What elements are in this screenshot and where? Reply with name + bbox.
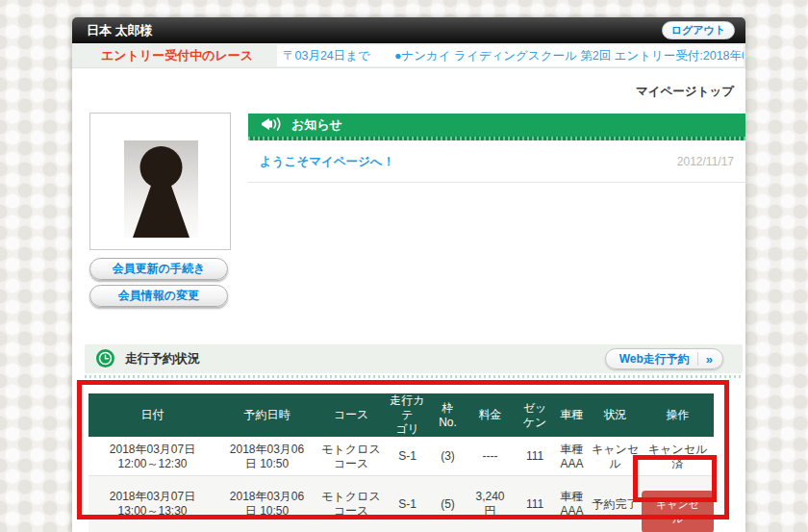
notice-link[interactable]: ようこそマイページへ！ [260,140,394,183]
reservation-section-divider [85,375,743,378]
logout-button[interactable]: ログアウト [662,21,735,39]
person-silhouette-icon [124,140,198,238]
user-header-bar: 日本 太郎様 ログアウト [72,17,745,43]
cell-course: モトクロス コース [317,475,385,532]
table-row: 2018年03月07日 12:00～12:30 2018年03月06 日 10:… [88,438,714,475]
col-header-booked-at: 予約日時 [216,393,317,438]
col-header-vehicle: 車種 [555,393,589,438]
cell-slot-no: (5) [430,475,466,532]
profile-photo [124,140,198,238]
cell-category: S-1 [385,475,430,532]
cell-slot-no: (3) [430,438,466,475]
button-divider [697,352,698,366]
reservation-title: 走行予約状況 [125,344,200,373]
breadcrumb: マイページトップ [636,84,734,100]
megaphone-icon [261,117,282,137]
web-reservation-label: Web走行予約 [619,351,690,367]
race-entry-ticker-text[interactable]: 〒03月24日まで ●ナンカイ ライディングスクール 第2回 エントリー受付:2… [277,45,744,66]
cell-date: 2018年03月07日 13:00～13:30 [88,475,216,532]
race-entry-ticker: 〒03月24日まで ●ナンカイ ライディングスクール 第2回 エントリー受付:2… [277,45,744,66]
mypage-card: 日本 太郎様 ログアウト エントリー受付中のレース 〒03月24日まで ●ナンカ… [72,17,745,532]
cancel-button[interactable]: キャンセル [642,491,714,532]
col-header-fee: 料金 [466,393,515,438]
cell-vehicle: 車種 AAA [555,438,589,475]
web-reservation-button[interactable]: Web走行予約 » [605,348,723,369]
cell-date: 2018年03月07日 12:00～12:30 [88,438,216,475]
reservation-section-header: 走行予約状況 Web走行予約 » [85,344,743,373]
cell-bib: 111 [515,475,555,532]
chevron-right-icon: » [706,352,713,367]
user-name: 日本 太郎様 [87,17,153,43]
member-info-change-button[interactable]: 会員情報の変更 [89,285,228,307]
notice-date: 2012/11/17 [677,140,734,183]
col-header-bib: ゼッ ケン [515,393,555,438]
reservation-table: 日付 予約日時 コース 走行カテ ゴリ 枠 No. 料金 ゼッ ケン 車種 状況… [88,393,714,532]
notice-header: お知らせ [248,114,745,140]
col-header-status: 状況 [589,393,642,438]
col-header-course: コース [317,393,385,438]
cell-action: キャンセル [642,475,714,532]
cell-bib: 111 [515,438,555,475]
clock-icon [96,349,114,367]
cell-vehicle: 車種 AAA [555,475,589,532]
cell-booked-at: 2018年03月06 日 10:50 [216,475,317,532]
table-row: 2018年03月07日 13:00～13:30 2018年03月06 日 10:… [88,475,714,532]
col-header-date: 日付 [88,393,216,438]
cell-booked-at: 2018年03月06 日 10:50 [216,438,317,475]
race-entry-label: エントリー受付中のレース [101,43,253,68]
notice-title: お知らせ [291,114,342,137]
cell-status: キャンセ ル [589,438,642,475]
table-header-row: 日付 予約日時 コース 走行カテ ゴリ 枠 No. 料金 ゼッ ケン 車種 状況… [88,393,714,438]
cell-fee: 3,240 円 [466,475,515,532]
cell-fee: ---- [466,438,515,475]
cell-category: S-1 [385,438,430,475]
notice-item: ようこそマイページへ！ 2012/11/17 [248,140,745,183]
member-renewal-button[interactable]: 会員更新の手続き [89,258,228,280]
cell-status: 予約完了 [589,475,642,532]
cell-action: キャンセル 済 [642,438,714,475]
col-header-category: 走行カテ ゴリ [385,393,430,438]
col-header-action: 操作 [642,393,714,438]
cell-course: モトクロス コース [317,438,385,475]
race-entry-bar: エントリー受付中のレース 〒03月24日まで ●ナンカイ ライディングスクール … [72,43,745,68]
col-header-slot-no: 枠 No. [430,393,466,438]
profile-photo-frame [89,113,231,250]
